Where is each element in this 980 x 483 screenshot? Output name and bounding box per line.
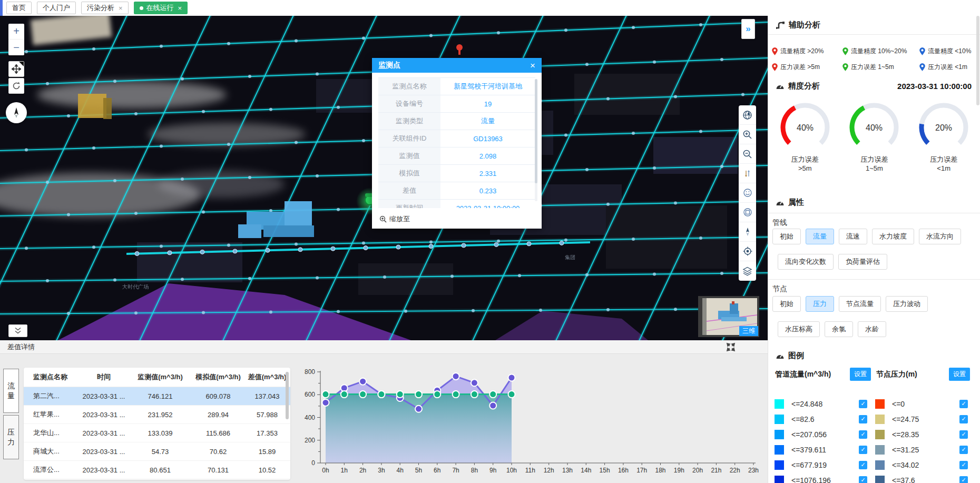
pan-button[interactable] [8,61,24,77]
svg-text:16h: 16h [618,467,629,474]
popup-row-value: 2.331 [440,165,535,182]
rotate-button[interactable] [8,78,24,94]
angle-measure-icon[interactable] [739,183,756,203]
svg-text:9h: 9h [489,467,496,474]
diff-table-cell: 15.89 [247,448,287,456]
legend-checkbox[interactable]: ✓ [859,415,867,423]
table-row[interactable]: 商城大...2023-03-31 ...54.7370.6215.89 [24,442,290,461]
tab-close-icon[interactable]: × [119,4,123,12]
svg-text:20h: 20h [692,467,703,474]
prop-button-初始[interactable]: 初始 [772,229,801,244]
legend-checkbox[interactable]: ✓ [959,446,968,454]
popup-row-value[interactable]: 新星驾校干河培训基地 [440,78,535,95]
prop-button-水力坡度[interactable]: 水力坡度 [872,229,914,244]
elevation-swap-icon[interactable] [739,164,756,183]
zoom-to-button[interactable]: 缩放至 [372,211,542,229]
minimap-3d-badge[interactable]: 三维 [739,326,758,336]
prop-button-负荷量评估[interactable]: 负荷量评估 [838,254,887,270]
legend-checkbox[interactable]: ✓ [859,476,867,483]
bottom-panel: 流量压力 监测点名称时间监测值(m^3/h)模拟值(m^3/h)差值(m^3/h… [0,354,768,483]
popup-body: 监测点名称新星驾校干河培训基地设备编号19监测类型流量关联组件IDGD13963… [372,73,542,211]
map-toolbar [739,105,756,281]
table-row[interactable]: 第二汽...2023-03-31 ...746.121609.078137.04… [24,387,290,406]
legend-checkbox[interactable]: ✓ [959,476,968,483]
legend-checkbox[interactable]: ✓ [859,461,867,469]
measure-tab-流量[interactable]: 流量 [3,369,19,413]
node-pressure-settings-button[interactable]: 设置 [949,368,970,381]
svg-text:21h: 21h [711,467,721,474]
legend-title: 图例 [788,351,804,361]
popup-close-icon[interactable]: × [530,61,535,70]
collapse-sidebar-button[interactable]: » [741,19,755,39]
popup-row: 设备编号19 [378,95,535,113]
prop-button-余氯[interactable]: 余氯 [825,321,853,337]
table-row[interactable]: 红苹果...2023-03-31 ...231.952289.9457.988 [24,406,290,424]
tab-污染分析[interactable]: 污染分析× [81,2,129,14]
prop-button-水龄[interactable]: 水龄 [858,321,886,337]
popup-row-label: 设备编号 [378,95,440,112]
prop-button-流向变化次数[interactable]: 流向变化次数 [778,254,834,270]
locate-icon[interactable] [739,242,756,261]
prop-button-节点流量[interactable]: 节点流量 [839,296,881,312]
popup-header: 监测点 × [372,58,542,73]
minimap[interactable]: 三维 [698,296,759,337]
sidebar-scrollbar[interactable] [976,16,979,483]
legend-checkbox[interactable]: ✓ [959,430,968,439]
svg-text:22h: 22h [730,467,740,474]
popup-scrollbar[interactable] [535,79,537,201]
prop-button-水流方向[interactable]: 水流方向 [919,229,961,244]
tab-在线运行[interactable]: 在线运行× [134,2,188,14]
legend-checkbox[interactable]: ✓ [859,446,867,454]
tab-close-icon[interactable]: × [178,4,182,12]
prop-button-水压标高[interactable]: 水压标高 [778,321,820,337]
pipe-flow-settings-button[interactable]: 设置 [850,368,871,381]
tab-个人门户[interactable]: 个人门户 [37,2,76,14]
compass-control[interactable] [6,102,27,123]
prop-button-流速[interactable]: 流速 [839,229,867,244]
zoom-out-button[interactable]: − [8,40,24,55]
collapse-bottom-panel-button[interactable] [8,324,27,337]
svg-text:19h: 19h [674,467,684,474]
diff-table: 监测点名称时间监测值(m^3/h)模拟值(m^3/h)差值(m^3/h)第二汽.… [24,368,290,480]
map-3d-viewport[interactable]: 大时代广场 汉区 集团 + − [0,16,768,340]
scene-target-icon[interactable] [739,203,756,222]
map-pin-icon [842,63,849,72]
accuracy-pin-item: 压力误差 >5m [771,61,842,73]
prop-button-初始[interactable]: 初始 [772,296,801,312]
diff-table-cell: 红苹果... [24,410,76,419]
zoom-in-icon[interactable] [739,125,756,144]
legend-color-swatch [775,415,784,424]
tab-首页[interactable]: 首页 [6,2,32,14]
legend-checkbox[interactable]: ✓ [859,430,867,439]
zoom-in-button[interactable]: + [8,24,24,40]
diff-chart: 02004006008000h1h2h3h4h5h6h7h8h9h10h11h1… [294,367,762,483]
svg-text:200: 200 [305,437,315,444]
globe-icon[interactable] [739,105,756,125]
table-row[interactable]: 龙华山...2023-03-31 ...133.039115.68617.353 [24,424,290,442]
legend-checkbox[interactable]: ✓ [859,400,867,408]
zoom-out-icon[interactable] [739,144,756,164]
prop-button-压力波动[interactable]: 压力波动 [886,296,928,312]
gauge-<1m: 20%压力误差<1m [912,99,975,173]
layers-icon[interactable] [739,261,756,281]
node-buttons-row1: 初始压力节点流量压力波动 [772,296,933,312]
legend-checkbox[interactable]: ✓ [959,461,968,469]
prop-button-流量[interactable]: 流量 [806,229,834,244]
legend-item-label: <=24.75 [892,415,959,423]
pan-corner-flag [19,62,24,66]
measure-tab-压力[interactable]: 压力 [3,415,19,459]
table-row[interactable]: 流潭公...2023-03-31 ...80.65170.13110.52 [24,461,290,479]
legend-checkbox[interactable]: ✓ [959,415,968,423]
legend-checkbox[interactable]: ✓ [959,400,968,408]
expand-panel-button[interactable] [726,342,736,352]
pin-label: 流量精度 >20% [780,47,824,56]
svg-text:12h: 12h [544,467,554,474]
rotate-icon [12,81,21,91]
popup-row-label: 关联组件ID [378,130,440,147]
compass-needle-icon[interactable] [739,222,756,242]
prop-button-压力[interactable]: 压力 [806,296,834,312]
legend-color-swatch [875,430,885,439]
legend-color-swatch [775,476,784,483]
diff-table-scrollbar[interactable] [286,372,289,419]
popup-row-value: 19 [440,95,535,112]
